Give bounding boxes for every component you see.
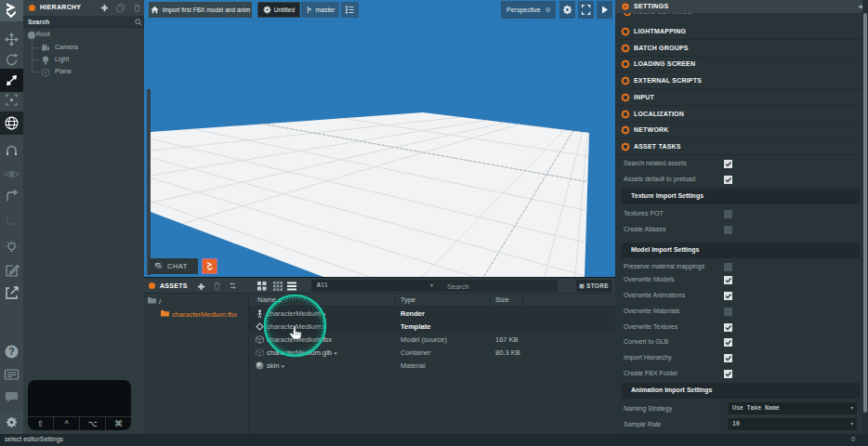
svg-text:?: ? [8,346,14,357]
